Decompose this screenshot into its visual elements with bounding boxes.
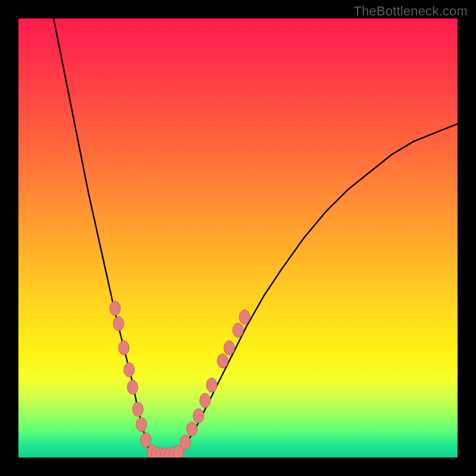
chart-frame: TheBottleneck.com: [0, 0, 476, 476]
data-marker: [233, 323, 243, 337]
curve-group: [54, 18, 458, 456]
data-marker: [187, 422, 198, 436]
data-marker: [206, 378, 217, 392]
chart-svg: [18, 18, 458, 458]
bottleneck-curve: [54, 18, 458, 456]
plot-area: [18, 18, 458, 458]
data-marker: [136, 418, 147, 432]
data-marker: [118, 341, 129, 355]
watermark-text: TheBottleneck.com: [353, 4, 468, 19]
data-marker: [180, 435, 190, 449]
data-marker: [200, 393, 211, 408]
data-marker: [140, 433, 151, 447]
data-marker: [217, 354, 228, 368]
data-marker: [127, 380, 138, 394]
data-marker: [224, 341, 234, 355]
data-marker: [193, 409, 204, 423]
data-marker: [124, 362, 134, 377]
data-marker: [133, 402, 143, 416]
marker-group: [109, 301, 250, 458]
data-marker: [109, 301, 120, 315]
data-marker: [239, 310, 250, 324]
data-marker: [113, 317, 124, 331]
